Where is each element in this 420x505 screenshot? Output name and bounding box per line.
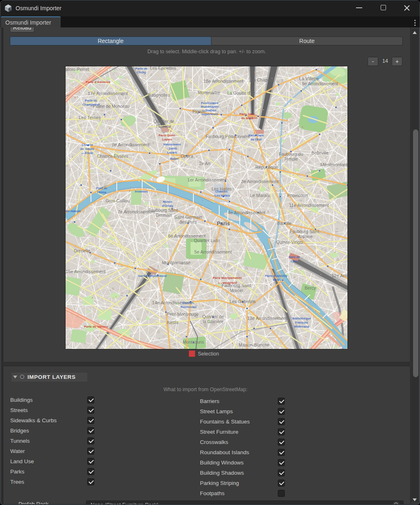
svg-text:d'Orsay: d'Orsay [162,204,173,208]
svg-text:la Glacière: la Glacière [203,319,223,324]
svg-text:Paris Gare: Paris Gare [248,134,264,137]
svg-text:17e Arrondissement: 17e Arrondissement [88,91,128,96]
svg-text:Germain: Germain [156,213,172,217]
svg-text:Quinze-Vingts: Quinze-Vingts [276,240,303,245]
svg-text:Invalides: Invalides [135,190,148,193]
svg-text:Rochereau: Rochereau [181,305,197,309]
svg-text:Les Gobelins: Les Gobelins [229,299,256,304]
svg-text:6: 6 [9,7,11,11]
svg-text:- Station: - Station [203,109,216,112]
svg-text:Belleville: Belleville [311,150,329,155]
svg-text:Antoine: Antoine [298,234,313,239]
svg-text:Les Épinettes: Les Épinettes [150,66,176,70]
svg-text:de l'Est: de l'Est [251,138,262,141]
svg-text:La Chapelle: La Chapelle [251,77,275,82]
svg-text:Pont de: Pont de [96,186,107,190]
svg-text:Montparnasse: Montparnasse [162,260,191,265]
svg-text:Porte de Vanves: Porte de Vanves [84,325,108,328]
svg-text:Gare de: Gare de [288,255,300,259]
svg-text:Auber: Auber [170,157,179,161]
svg-text:12e Arro: 12e Arro [331,273,347,278]
svg-text:Le Marais: Le Marais [250,193,270,198]
svg-text:13e Arrondissement: 13e Arrondissement [247,316,287,321]
svg-text:Quartier de: Quartier de [154,119,174,124]
svg-text:- Les Halles: - Les Halles [213,194,230,197]
svg-text:6e Arrondissement: 6e Arrondissement [168,233,206,238]
svg-text:Porte de: Porte de [135,67,148,70]
svg-text:Alésia: Alésia [167,320,179,325]
svg-text:Bercy: Bercy [305,285,316,290]
svg-text:Funiculaire: Funiculaire [201,101,219,105]
svg-text:Montmartre: Montmartre [198,90,220,95]
svg-text:Saint-Germain: Saint-Germain [174,215,202,220]
svg-text:Faubourg Poissonnière: Faubourg Poissonnière [206,134,250,139]
svg-text:Musée: Musée [163,200,172,204]
svg-text:Montmartre: Montmartre [201,105,219,109]
svg-text:18e Arrondissement: 18e Arrondissement [203,79,243,84]
svg-text:Faubourg Saint-: Faubourg Saint- [148,208,179,213]
svg-text:Pont de Bir-Hakeim: Pont de Bir-Hakeim [66,210,81,213]
svg-text:Opéra: Opéra [181,154,193,159]
svg-text:Lazare: Lazare [167,151,177,154]
svg-text:vallois-Perret: vallois-Perret [66,67,89,72]
svg-text:Temple: Temple [284,156,298,161]
svg-text:- Saint-: - Saint- [167,147,177,150]
svg-text:Denfert-: Denfert- [183,301,195,305]
svg-text:Paris Austerlitz: Paris Austerlitz [265,274,288,278]
svg-text:Montsouris: Montsouris [183,340,204,344]
svg-text:Charles: Charles [82,143,93,147]
svg-text:Paris: Paris [217,220,230,226]
svg-text:de Gaulle: de Gaulle [80,147,94,151]
svg-text:RER: RER [273,278,279,282]
svg-text:2e Arr: 2e Arr [199,161,211,166]
svg-text:République: République [255,165,278,170]
svg-text:Champs-Élysées: Champs-Élysées [97,154,128,159]
svg-text:Bastille: Bastille [277,221,291,226]
svg-text:Clichy: Clichy [137,70,146,74]
svg-text:Lyon: Lyon [291,259,298,263]
svg-text:La Villette: La Villette [299,76,319,81]
svg-text:La Goutte d'Or: La Goutte d'Or [227,91,256,95]
svg-text:l'Europe: l'Europe [157,124,172,129]
svg-text:Haussmann: Haussmann [163,143,181,146]
svg-text:Batignolles: Batignolles [148,93,170,97]
svg-text:1er Arrondissement: 1er Arrondissement [187,177,226,182]
svg-text:Marcel: Marcel [230,288,243,293]
svg-text:Grenelle: Grenelle [74,248,90,253]
svg-text:15e Arrondissement: 15e Arrondissement [66,269,106,274]
svg-text:Petit-Montrouge: Petit-Montrouge [167,312,199,317]
svg-text:Paris Gare: Paris Gare [239,112,255,116]
svg-text:Faubourg Saint-: Faubourg Saint- [290,229,321,234]
svg-text:9e Arrondissement: 9e Arrondissement [302,81,338,86]
svg-text:8e Arrondissement: 8e Arrondissement [112,142,150,147]
svg-text:— Étoile: — Étoile [81,151,93,155]
svg-text:Mitterrand: Mitterrand [294,325,309,328]
svg-text:Maison-Blanche: Maison-Blanche [238,342,269,347]
svg-text:3e Arrondissement: 3e Arrondissement [241,179,279,184]
svg-text:des-Prés: des-Prés [179,220,197,224]
svg-text:11e Arrondissement: 11e Arrondissement [289,203,329,208]
svg-text:Porte d'Asnières: Porte d'Asnières [86,80,110,84]
svg-text:5e Arrondissement: 5e Arrondissement [194,249,232,254]
svg-text:Popincourt: Popincourt [287,193,308,198]
svg-text:François: François [295,321,308,324]
svg-text:Châtelet: Châtelet [215,190,227,193]
svg-text:Quartier Latin: Quartier Latin [194,238,220,243]
svg-text:Faubourg du: Faubourg du [279,152,303,156]
svg-text:Lazare: Lazare [162,138,172,141]
svg-text:Bibliothèque: Bibliothèque [292,317,311,320]
svg-text:Quartier de: Quartier de [202,314,224,319]
svg-text:4e Arrondissement: 4e Arrondissement [228,210,266,215]
svg-text:Gare Montparnasse: Gare Montparnasse [138,274,167,278]
svg-text:Porte de: Porte de [85,99,97,102]
svg-text:Gros-Caillou: Gros-Caillou [106,198,130,203]
svg-text:Ménilmontant: Ménilmontant [320,162,347,167]
svg-text:Les Ternes: Les Ternes [79,115,101,120]
svg-text:Paris Saint-: Paris Saint- [159,134,176,137]
svg-text:1 - Vaugirard: 1 - Vaugirard [218,281,237,285]
svg-text:du Nord: du Nord [241,116,253,120]
svg-text:l'Alma: l'Alma [97,190,107,194]
svg-text:Paris Montparnasse: Paris Montparnasse [213,276,242,280]
svg-text:Champerret: Champerret [82,103,100,106]
svg-text:supérieure: supérieure [202,112,218,116]
